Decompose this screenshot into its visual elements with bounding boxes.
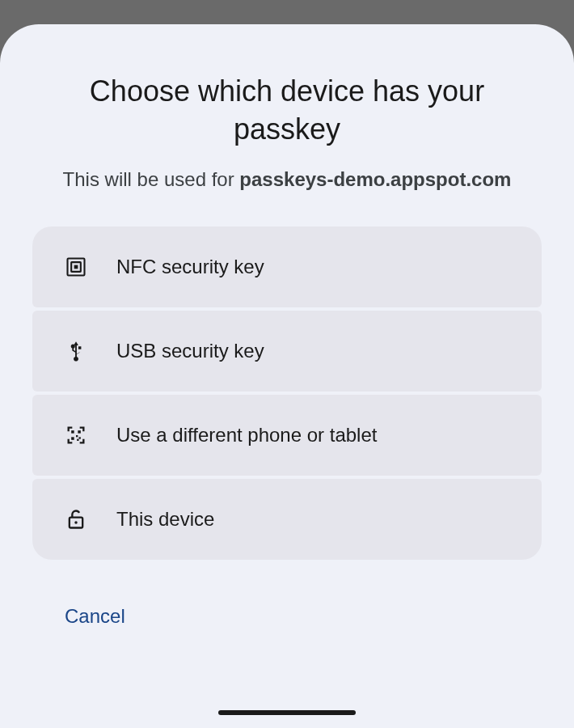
svg-rect-3 (71, 430, 74, 434)
svg-rect-6 (76, 435, 78, 437)
svg-rect-5 (71, 437, 74, 440)
subtitle-domain: passkeys-demo.appspot.com (239, 168, 511, 190)
svg-rect-7 (79, 437, 81, 438)
passkey-device-sheet: Choose which device has your passkey Thi… (0, 24, 574, 728)
option-this-device[interactable]: This device (32, 479, 542, 560)
cancel-button[interactable]: Cancel (32, 605, 158, 628)
device-options-list: NFC security key USB security key (32, 226, 542, 560)
svg-rect-8 (77, 438, 78, 440)
home-indicator[interactable] (218, 710, 356, 715)
subtitle-prefix: This will be used for (63, 168, 240, 190)
dialog-title: Choose which device has your passkey (32, 73, 542, 149)
option-usb-security-key[interactable]: USB security key (32, 311, 542, 392)
option-label: Use a different phone or tablet (116, 424, 377, 447)
dialog-subtitle: This will be used for passkeys-demo.apps… (32, 168, 542, 191)
usb-icon (65, 340, 87, 362)
qr-code-icon (65, 424, 87, 447)
option-label: USB security key (116, 340, 264, 362)
option-label: This device (116, 508, 214, 531)
nfc-icon (65, 256, 87, 278)
lock-open-icon (65, 508, 87, 531)
option-nfc-security-key[interactable]: NFC security key (32, 226, 542, 307)
svg-rect-2 (74, 265, 78, 269)
option-different-phone-tablet[interactable]: Use a different phone or tablet (32, 395, 542, 476)
svg-rect-4 (78, 430, 81, 434)
option-label: NFC security key (116, 256, 264, 278)
svg-point-10 (74, 521, 78, 524)
